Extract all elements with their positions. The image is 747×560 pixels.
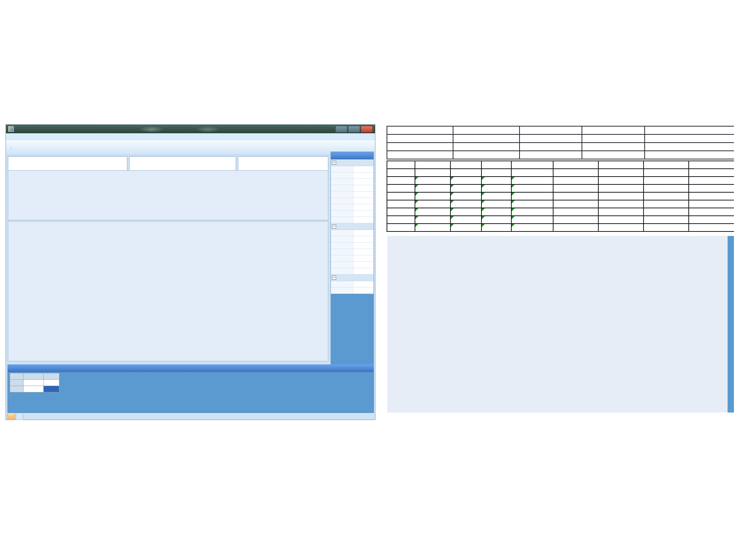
monitor-settings-icon[interactable] xyxy=(59,143,71,153)
param-row[interactable] xyxy=(331,179,374,185)
param-unit xyxy=(367,249,374,255)
undo-icon[interactable] xyxy=(205,143,216,153)
tab-test-results[interactable] xyxy=(7,414,15,420)
param-row[interactable] xyxy=(331,262,374,268)
results-impact-speed[interactable] xyxy=(43,386,59,392)
close-button[interactable] xyxy=(361,126,373,133)
param-row[interactable] xyxy=(331,287,374,294)
param-unit xyxy=(367,230,374,236)
param-row[interactable] xyxy=(331,166,374,172)
param-value[interactable] xyxy=(353,281,367,287)
param-value[interactable] xyxy=(353,287,367,293)
new-file-icon[interactable] xyxy=(15,143,26,153)
param-value[interactable] xyxy=(353,262,367,268)
results-header[interactable] xyxy=(7,364,374,372)
info-cell xyxy=(387,143,453,151)
info-cell xyxy=(453,135,520,143)
report-load-chart[interactable] xyxy=(387,236,728,413)
sidebar-section-general[interactable]: − xyxy=(331,159,374,166)
lock-icon[interactable] xyxy=(216,143,227,153)
param-row[interactable] xyxy=(331,243,374,249)
collapse-icon[interactable]: − xyxy=(332,224,336,228)
panel-icon[interactable] xyxy=(227,143,239,153)
gear-icon[interactable] xyxy=(71,143,82,153)
param-row[interactable] xyxy=(331,268,374,274)
param-row[interactable] xyxy=(331,217,374,223)
param-row[interactable] xyxy=(331,255,374,262)
collapse-icon[interactable]: − xyxy=(332,161,336,165)
clean-icon[interactable] xyxy=(127,143,138,153)
minimize-button[interactable] xyxy=(335,126,347,133)
record-icon[interactable] xyxy=(104,143,115,153)
title-bar[interactable] xyxy=(6,125,375,133)
report-panel xyxy=(387,125,734,413)
tab-statistics[interactable] xyxy=(16,414,23,420)
stats-value xyxy=(512,224,554,232)
refresh-icon[interactable] xyxy=(138,143,149,153)
save-icon[interactable] xyxy=(37,143,48,153)
display-icon[interactable] xyxy=(93,143,104,153)
info-cell xyxy=(520,151,582,159)
param-value[interactable] xyxy=(353,268,367,274)
param-unit xyxy=(367,268,374,274)
stats-col-header xyxy=(554,161,599,169)
play-icon[interactable] xyxy=(115,143,127,153)
sidebar-section-specimen[interactable]: − xyxy=(331,223,374,230)
window-controls xyxy=(335,126,373,133)
param-row[interactable] xyxy=(331,172,374,179)
param-unit xyxy=(367,262,374,268)
impact-curve-chart[interactable] xyxy=(8,221,328,361)
param-row[interactable] xyxy=(331,236,374,243)
maximize-button[interactable] xyxy=(348,126,360,133)
param-value[interactable] xyxy=(353,166,367,172)
usb-icon[interactable] xyxy=(82,143,93,153)
sidebar-section-environment[interactable]: − xyxy=(331,274,374,281)
param-value[interactable] xyxy=(353,230,367,236)
info-cell xyxy=(582,135,645,143)
param-row[interactable] xyxy=(331,249,374,255)
param-value[interactable] xyxy=(353,211,367,217)
results-unit-cell xyxy=(10,379,24,386)
pause-icon[interactable] xyxy=(171,143,183,153)
move-down-icon[interactable] xyxy=(194,143,205,153)
temperature-strip-chart[interactable] xyxy=(8,170,328,220)
param-unit xyxy=(367,198,374,204)
param-value[interactable] xyxy=(353,179,367,185)
power-icon[interactable] xyxy=(239,143,250,153)
stats-cell xyxy=(387,169,415,177)
results-row-index[interactable] xyxy=(10,386,24,392)
param-row[interactable] xyxy=(331,185,374,192)
param-value[interactable] xyxy=(353,255,367,261)
param-value[interactable] xyxy=(353,185,367,191)
param-label xyxy=(331,185,353,191)
results-max-load[interactable] xyxy=(23,386,44,392)
param-value[interactable] xyxy=(353,198,367,204)
param-row[interactable] xyxy=(331,281,374,287)
bottom-tabs xyxy=(7,414,23,420)
stats-value xyxy=(451,185,482,193)
sidebar-header[interactable] xyxy=(331,152,374,159)
stats-value xyxy=(415,185,451,193)
download-icon[interactable] xyxy=(160,143,171,153)
param-row[interactable] xyxy=(331,211,374,217)
param-value[interactable] xyxy=(353,243,367,249)
open-file-icon[interactable] xyxy=(26,143,37,153)
param-label xyxy=(331,243,353,249)
collapse-icon[interactable]: − xyxy=(332,276,336,280)
param-value[interactable] xyxy=(353,236,367,242)
param-value[interactable] xyxy=(353,192,367,197)
close-file-icon[interactable] xyxy=(48,143,59,153)
param-row[interactable] xyxy=(331,192,374,198)
param-value[interactable] xyxy=(353,217,367,223)
param-value[interactable] xyxy=(353,249,367,255)
param-row[interactable] xyxy=(331,230,374,236)
param-unit xyxy=(367,211,374,217)
param-row[interactable] xyxy=(331,198,374,204)
param-row[interactable] xyxy=(331,204,374,211)
param-unit xyxy=(367,217,374,223)
param-value[interactable] xyxy=(353,172,367,178)
move-up-icon[interactable] xyxy=(183,143,194,153)
param-label xyxy=(331,172,353,178)
upload-icon[interactable] xyxy=(149,143,160,153)
param-value[interactable] xyxy=(353,204,367,210)
